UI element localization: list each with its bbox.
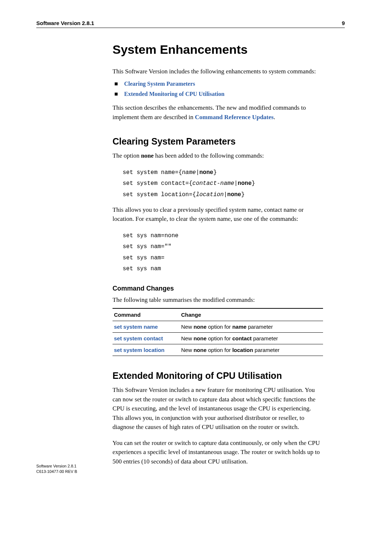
table-cell-change: New none option for contact parameter: [180, 333, 323, 344]
txt: parameter: [252, 335, 278, 341]
code-block-syntax: set system name={name|none} set system c…: [123, 167, 323, 200]
csp-lead-bold: none: [141, 152, 154, 159]
table-header-change: Change: [180, 308, 323, 321]
section-clearing-title: Clearing System Parameters: [113, 136, 323, 147]
code-keyword: none: [199, 169, 213, 176]
code-line: set sys nam: [123, 263, 323, 274]
cpu-p2: You can set the router or switch to capt…: [113, 438, 323, 466]
code-text: |: [234, 180, 238, 187]
footer-line-2: C613-10477-00 REV B: [36, 469, 77, 474]
txt: New: [181, 324, 193, 330]
link-command-reference-updates[interactable]: Command Reference Updates: [195, 114, 274, 121]
txt-bold: none: [193, 347, 207, 353]
code-text: set system contact={: [123, 180, 192, 187]
link-set-system-name[interactable]: set system name: [114, 324, 158, 330]
code-text: |: [196, 169, 200, 176]
page-title: System Enhancements: [113, 42, 323, 57]
code-param: location: [196, 191, 224, 198]
code-text: set system location={: [123, 191, 196, 198]
table-cell-change: New none option for name parameter: [180, 321, 323, 333]
intro-text: This Software Version includes the follo…: [113, 67, 323, 76]
code-text: }: [213, 169, 217, 176]
toc-link-cpu[interactable]: Extended Monitoring of CPU Utilisation: [124, 91, 224, 97]
toc-link-clearing[interactable]: Clearing System Parameters: [124, 81, 195, 87]
table-row: set system contact New none option for c…: [113, 333, 323, 344]
csp-lead-post: has been added to the following commands…: [154, 152, 264, 159]
code-param: name: [182, 169, 196, 176]
table-header-row: Command Change: [113, 308, 323, 321]
txt-bold: name: [232, 324, 246, 330]
txt: parameter: [246, 324, 273, 330]
cpu-p1: This Software Version includes a new fea…: [113, 385, 323, 432]
txt-bold: none: [193, 335, 207, 341]
code-line: set sys nam=: [123, 252, 323, 263]
code-text: |: [224, 191, 227, 198]
code-block-examples: set sys nam=none set sys nam="" set sys …: [123, 230, 323, 275]
code-line: set system name={name|none}: [123, 167, 323, 178]
txt-bold: location: [232, 347, 253, 353]
toc-item: Clearing System Parameters: [113, 80, 323, 88]
code-line: set sys nam=none: [123, 230, 323, 241]
code-param: contact-name: [192, 180, 234, 187]
code-line: set system location={location|none}: [123, 189, 323, 200]
toc-item: Extended Monitoring of CPU Utilisation: [113, 90, 323, 98]
running-header: Software Version 2.8.1 9: [36, 20, 345, 28]
subsection-intro: The following table summarises the modif…: [113, 295, 323, 305]
txt: option for: [207, 347, 232, 353]
link-set-system-contact[interactable]: set system contact: [114, 335, 163, 341]
txt-bold: contact: [232, 335, 252, 341]
section-cpu-title: Extended Monitoring of CPU Utilisation: [113, 370, 323, 381]
table-header-command: Command: [113, 308, 180, 321]
txt: parameter: [253, 347, 279, 353]
txt: option for: [207, 335, 232, 341]
footer-line-1: Software Version 2.8.1: [36, 463, 77, 469]
table-row: set system name New none option for name…: [113, 321, 323, 333]
txt: New: [181, 335, 193, 341]
csp-lead: The option none has been added to the fo…: [113, 151, 323, 161]
toc-list: Clearing System Parameters Extended Moni…: [113, 80, 323, 98]
txt: option for: [207, 324, 232, 330]
link-set-system-location[interactable]: set system location: [114, 347, 164, 353]
intro-after-post: .: [274, 114, 275, 121]
code-line: set sys nam="": [123, 241, 323, 252]
subsection-command-changes: Command Changes: [113, 285, 323, 292]
table-cell-change: New none option for location parameter: [180, 344, 323, 356]
code-line: set system contact={contact-name|none}: [123, 178, 323, 189]
code-text: }: [241, 191, 245, 198]
code-text: }: [252, 180, 255, 187]
command-changes-table: Command Change set system name New none …: [113, 308, 323, 356]
intro-after-list: This section describes the enhancements.…: [113, 103, 323, 122]
code-keyword: none: [238, 180, 252, 187]
txt: New: [181, 347, 193, 353]
code-text: set system name={: [123, 169, 182, 176]
header-left: Software Version 2.8.1: [36, 20, 94, 26]
txt-bold: none: [193, 324, 207, 330]
code-keyword: none: [227, 191, 241, 198]
page-footer: Software Version 2.8.1 C613-10477-00 REV…: [36, 463, 77, 474]
csp-lead-pre: The option: [113, 152, 141, 159]
table-row: set system location New none option for …: [113, 344, 323, 356]
csp-mid: This allows you to clear a previously sp…: [113, 205, 323, 224]
page-number: 9: [342, 20, 345, 26]
